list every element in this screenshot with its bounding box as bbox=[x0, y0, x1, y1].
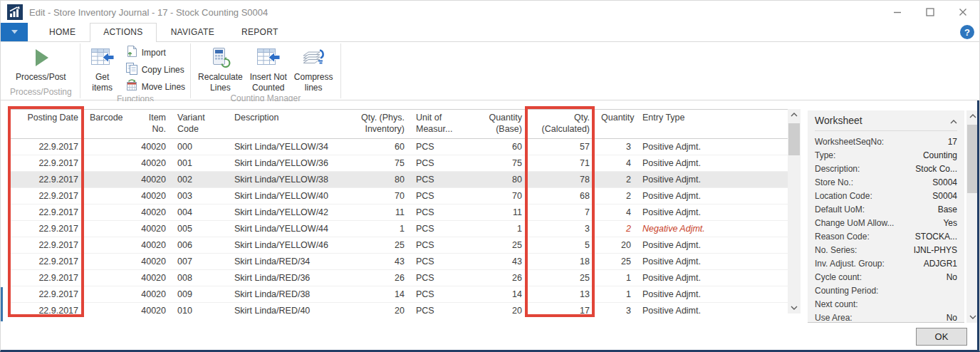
cell-description[interactable]: Skirt Linda/RED/34 bbox=[229, 254, 343, 270]
tab-report[interactable]: REPORT bbox=[229, 24, 291, 41]
column-header-item-no[interactable]: Item No. bbox=[129, 110, 172, 139]
cell-variant-code[interactable]: 007 bbox=[172, 254, 229, 270]
column-header-variant-code[interactable]: Variant Code bbox=[172, 110, 229, 139]
chevron-up-icon[interactable] bbox=[950, 114, 957, 127]
cell-barcode[interactable] bbox=[84, 303, 129, 314]
column-header-uom[interactable]: Unit of Measur... bbox=[410, 110, 471, 139]
table-row[interactable]: 22.9.201740020001Skirt Linda/YELLOW/3675… bbox=[9, 155, 788, 172]
table-row[interactable]: 22.9.201740020003Skirt Linda/YELLOW/4070… bbox=[9, 188, 788, 205]
table-row[interactable]: 22.9.201740020006Skirt Linda/YELLOW/4625… bbox=[9, 237, 788, 254]
copy-lines-button[interactable]: Copy Lines bbox=[125, 62, 185, 77]
cell-entry-type[interactable]: Positive Adjmt. bbox=[637, 172, 788, 188]
table-row[interactable]: 22.9.201740020008Skirt Linda/RED/3626PCS… bbox=[9, 270, 788, 286]
cell-qty-phys[interactable]: 43 bbox=[343, 254, 410, 270]
cell-posting-date[interactable]: 22.9.2017 bbox=[9, 155, 84, 172]
cell-uom[interactable]: PCS bbox=[410, 237, 471, 254]
cell-barcode[interactable] bbox=[84, 139, 129, 155]
move-lines-button[interactable]: Move Lines bbox=[125, 79, 185, 94]
column-header-description[interactable]: Description bbox=[229, 110, 343, 139]
import-button[interactable]: Import bbox=[125, 45, 185, 60]
cell-item-no[interactable]: 40020 bbox=[129, 286, 172, 303]
cell-description[interactable]: Skirt Linda/YELLOW/46 bbox=[229, 237, 343, 254]
cell-qty-phys[interactable]: 11 bbox=[343, 205, 410, 221]
cell-description[interactable]: Skirt Linda/YELLOW/36 bbox=[229, 155, 343, 172]
cell-description[interactable]: Skirt Linda/YELLOW/38 bbox=[229, 172, 343, 188]
cell-quantity[interactable]: 4 bbox=[595, 155, 637, 172]
cell-uom[interactable]: PCS bbox=[410, 254, 471, 270]
recalculate-lines-button[interactable]: Recalculate Lines bbox=[194, 43, 246, 93]
cell-entry-type[interactable]: Positive Adjmt. bbox=[637, 254, 788, 270]
cell-barcode[interactable] bbox=[84, 221, 129, 237]
cell-item-no[interactable]: 40020 bbox=[129, 139, 172, 155]
scrollbar-thumb[interactable] bbox=[788, 123, 800, 155]
cell-description[interactable]: Skirt Linda/RED/40 bbox=[229, 303, 343, 314]
cell-qty-phys[interactable]: 80 bbox=[343, 172, 410, 188]
cell-qty-phys[interactable]: 20 bbox=[343, 303, 410, 314]
insert-not-counted-button[interactable]: Insert Not Counted bbox=[246, 43, 291, 93]
column-header-qty-phys[interactable]: Qty. (Phys. Inventory) bbox=[343, 110, 410, 139]
cell-qty-phys[interactable]: 60 bbox=[343, 139, 410, 155]
cell-uom[interactable]: PCS bbox=[410, 172, 471, 188]
cell-variant-code[interactable]: 006 bbox=[172, 237, 229, 254]
cell-barcode[interactable] bbox=[84, 270, 129, 286]
cell-qty-base[interactable]: 25 bbox=[471, 237, 528, 254]
cell-qty-base[interactable]: 75 bbox=[471, 155, 528, 172]
cell-entry-type[interactable]: Positive Adjmt. bbox=[637, 188, 788, 205]
cell-description[interactable]: Skirt Linda/RED/36 bbox=[229, 270, 343, 286]
cell-quantity[interactable]: 3 bbox=[595, 139, 637, 155]
cell-item-no[interactable]: 40020 bbox=[129, 237, 172, 254]
cell-variant-code[interactable]: 004 bbox=[172, 205, 229, 221]
cell-description[interactable]: Skirt Linda/YELLOW/44 bbox=[229, 221, 343, 237]
cell-variant-code[interactable]: 005 bbox=[172, 221, 229, 237]
cell-item-no[interactable]: 40020 bbox=[129, 205, 172, 221]
cell-item-no[interactable]: 40020 bbox=[129, 188, 172, 205]
cell-variant-code[interactable]: 009 bbox=[172, 286, 229, 303]
cell-uom[interactable]: PCS bbox=[410, 155, 471, 172]
cell-entry-type[interactable]: Negative Adjmt. bbox=[637, 221, 788, 237]
cell-quantity[interactable]: 20 bbox=[595, 237, 637, 254]
cell-item-no[interactable]: 40020 bbox=[129, 254, 172, 270]
cell-posting-date[interactable]: 22.9.2017 bbox=[9, 188, 84, 205]
cell-barcode[interactable] bbox=[84, 205, 129, 221]
tab-home[interactable]: HOME bbox=[36, 24, 88, 41]
cell-qty-phys[interactable]: 25 bbox=[343, 237, 410, 254]
cell-variant-code[interactable]: 000 bbox=[172, 139, 229, 155]
cell-quantity[interactable]: 3 bbox=[595, 303, 637, 314]
cell-quantity[interactable]: 2 bbox=[595, 221, 637, 237]
cell-posting-date[interactable]: 22.9.2017 bbox=[9, 286, 84, 303]
cell-qty-calculated[interactable]: 3 bbox=[528, 221, 595, 237]
scroll-up-icon[interactable] bbox=[788, 109, 801, 120]
cell-uom[interactable]: PCS bbox=[410, 205, 471, 221]
cell-barcode[interactable] bbox=[84, 237, 129, 254]
cell-entry-type[interactable]: Positive Adjmt. bbox=[637, 205, 788, 221]
cell-entry-type[interactable]: Positive Adjmt. bbox=[637, 155, 788, 172]
grid-vertical-scrollbar[interactable] bbox=[788, 109, 801, 314]
cell-qty-base[interactable]: 60 bbox=[471, 139, 528, 155]
cell-qty-base[interactable]: 26 bbox=[471, 270, 528, 286]
cell-posting-date[interactable]: 22.9.2017 bbox=[9, 303, 84, 314]
column-header-entry-type[interactable]: Entry Type bbox=[637, 110, 788, 139]
cell-posting-date[interactable]: 22.9.2017 bbox=[9, 254, 84, 270]
cell-qty-calculated[interactable]: 71 bbox=[528, 155, 595, 172]
cell-variant-code[interactable]: 008 bbox=[172, 270, 229, 286]
cell-qty-calculated[interactable]: 57 bbox=[528, 139, 595, 155]
maximize-button[interactable] bbox=[914, 1, 947, 24]
cell-uom[interactable]: PCS bbox=[410, 286, 471, 303]
cell-posting-date[interactable]: 22.9.2017 bbox=[9, 237, 84, 254]
cell-quantity[interactable]: 1 bbox=[595, 270, 637, 286]
cell-variant-code[interactable]: 003 bbox=[172, 188, 229, 205]
cell-uom[interactable]: PCS bbox=[410, 139, 471, 155]
minimize-button[interactable] bbox=[881, 1, 914, 24]
cell-qty-base[interactable]: 80 bbox=[471, 172, 528, 188]
cell-posting-date[interactable]: 22.9.2017 bbox=[9, 172, 84, 188]
cell-qty-base[interactable]: 1 bbox=[471, 221, 528, 237]
cell-description[interactable]: Skirt Linda/RED/38 bbox=[229, 286, 343, 303]
cell-quantity[interactable]: 2 bbox=[595, 172, 637, 188]
cell-quantity[interactable]: 2 bbox=[595, 188, 637, 205]
cell-qty-base[interactable]: 11 bbox=[471, 205, 528, 221]
table-row[interactable]: 22.9.201740020010Skirt Linda/RED/4020PCS… bbox=[9, 303, 788, 314]
table-row[interactable]: 22.9.201740020002Skirt Linda/YELLOW/3880… bbox=[9, 172, 788, 188]
cell-entry-type[interactable]: Positive Adjmt. bbox=[637, 303, 788, 314]
cell-item-no[interactable]: 40020 bbox=[129, 172, 172, 188]
cell-entry-type[interactable]: Positive Adjmt. bbox=[637, 286, 788, 303]
